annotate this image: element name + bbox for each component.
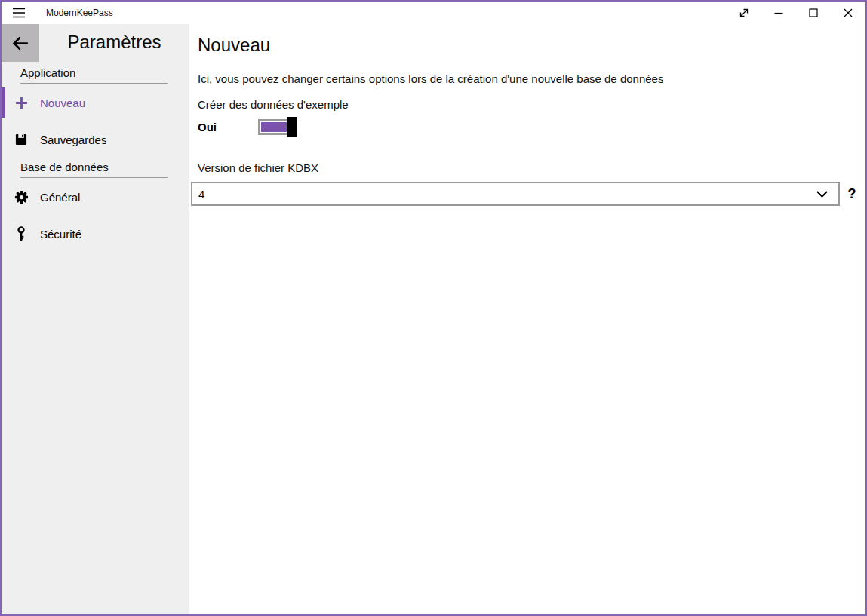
page-title: Nouveau [198, 34, 859, 57]
save-icon [13, 131, 29, 148]
sidebar-item-sauvegardes[interactable]: Sauvegardes [2, 124, 189, 155]
sidebar-item-securite[interactable]: Sécurité [2, 219, 189, 249]
sample-data-label: Créer des données d'exemple [198, 98, 859, 111]
section-label: Application [20, 66, 75, 79]
close-button[interactable] [831, 2, 865, 24]
back-button[interactable] [2, 24, 39, 62]
fullscreen-icon [738, 7, 750, 19]
sidebar-item-general[interactable]: Général [2, 182, 189, 212]
back-arrow-icon [11, 33, 31, 54]
app-body: Paramètres Application Nouveau [2, 24, 865, 614]
kdbx-version-label: Version de fichier KDBX [198, 161, 859, 174]
help-indicator[interactable]: ? [847, 186, 857, 202]
maximize-button[interactable] [796, 2, 831, 24]
page-description: Ici, vous pouvez changer certains option… [198, 72, 859, 85]
hamburger-menu-button[interactable] [11, 7, 26, 19]
sidebar-item-label: Nouveau [40, 97, 85, 109]
chevron-down-icon [816, 191, 828, 198]
combo-selected-value: 4 [198, 188, 816, 201]
minimize-button[interactable] [761, 2, 796, 24]
maximize-icon [808, 8, 819, 18]
minimize-icon [773, 8, 784, 18]
app-window: ModernKeePass [0, 0, 867, 616]
hamburger-icon [12, 8, 26, 18]
sidebar-item-nouveau[interactable]: Nouveau [2, 87, 189, 118]
toggle-thumb[interactable] [287, 117, 297, 137]
kdbx-version-row: 4 ? [191, 182, 859, 206]
toggle-state-label: Oui [198, 121, 258, 133]
app-title: ModernKeePass [46, 8, 113, 18]
settings-panel: Nouveau Ici, vous pouvez changer certain… [189, 24, 865, 614]
plus-icon [13, 94, 29, 111]
sidebar-item-label: Sauvegardes [40, 133, 106, 146]
titlebar: ModernKeePass [2, 2, 865, 24]
sidebar-item-label: Sécurité [40, 228, 81, 241]
sample-data-toggle[interactable] [258, 119, 297, 135]
sample-data-toggle-row: Oui [198, 117, 859, 137]
sidebar-item-label: Général [40, 191, 80, 204]
section-label: Base de données [20, 161, 109, 173]
key-icon [13, 225, 29, 242]
settings-sidebar: Paramètres Application Nouveau [2, 24, 189, 614]
gear-icon [13, 188, 29, 205]
section-header-application: Application [20, 66, 168, 84]
fullscreen-button[interactable] [727, 2, 761, 24]
close-icon [843, 8, 853, 18]
window-controls [727, 2, 865, 24]
kdbx-version-select[interactable]: 4 [191, 182, 840, 206]
section-header-base-de-donnees: Base de données [20, 161, 168, 178]
settings-title: Paramètres [39, 24, 189, 62]
sidebar-header: Paramètres [2, 24, 189, 62]
